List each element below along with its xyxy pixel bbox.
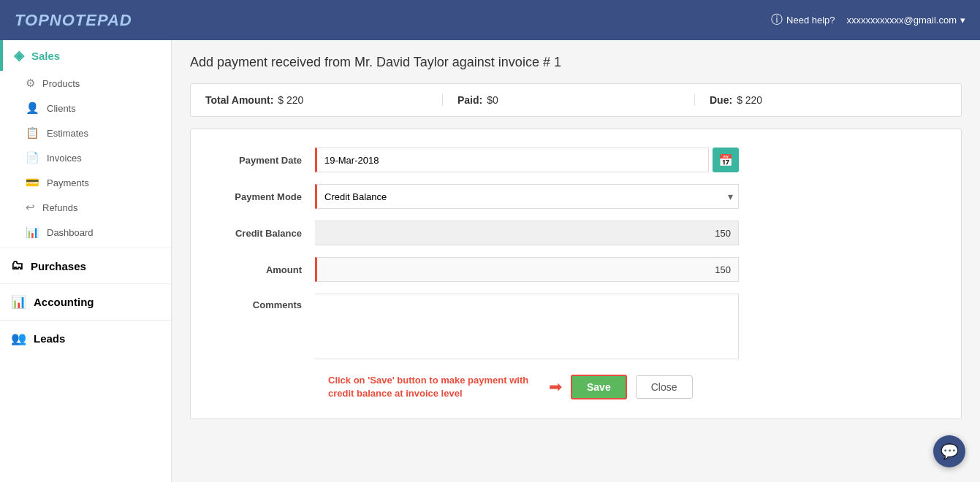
summary-due: Due: $ 220 — [694, 94, 946, 106]
sidebar-divider-2 — [0, 283, 171, 284]
form-actions: Click on 'Save' button to make payment w… — [213, 374, 939, 400]
payment-mode-select[interactable]: Credit Balance Cash Bank Transfer Check — [315, 184, 739, 209]
dashboard-icon: 📊 — [26, 226, 39, 239]
payments-icon: 💳 — [26, 176, 39, 189]
sidebar: ◈ Sales ⚙ Products 👤 Clients 📋 Estimates… — [0, 40, 172, 482]
purchases-icon: 🗂 — [11, 259, 23, 273]
refunds-icon: ↩ — [26, 201, 35, 214]
sidebar-item-label: Payments — [47, 177, 89, 188]
payment-date-row: Payment Date 📅 — [213, 148, 939, 172]
sidebar-sales-section[interactable]: ◈ Sales — [0, 40, 171, 71]
sidebar-item-payments[interactable]: 💳 Payments — [0, 170, 171, 195]
comments-label: Comments — [213, 294, 315, 310]
payment-mode-label: Payment Mode — [213, 191, 315, 202]
leads-label: Leads — [34, 332, 65, 345]
sidebar-item-products[interactable]: ⚙ Products — [0, 71, 171, 96]
paid-label: Paid: — [457, 94, 482, 106]
summary-bar: Total Amount: $ 220 Paid: $0 Due: $ 220 — [190, 83, 962, 117]
comments-wrapper — [315, 294, 739, 359]
clients-icon: 👤 — [26, 102, 39, 115]
payment-date-input[interactable] — [315, 148, 709, 172]
sidebar-leads-section[interactable]: 👥 Leads — [0, 324, 171, 353]
sidebar-item-label: Estimates — [47, 128, 88, 139]
total-value: $ 220 — [278, 94, 303, 106]
sidebar-item-label: Dashboard — [47, 227, 94, 238]
due-label: Due: — [710, 94, 732, 106]
payment-date-wrapper: 📅 — [315, 148, 739, 172]
sidebar-item-clients[interactable]: 👤 Clients — [0, 96, 171, 120]
comments-input[interactable] — [315, 294, 739, 359]
accounting-icon: 📊 — [11, 294, 26, 310]
calendar-button[interactable]: 📅 — [713, 148, 739, 172]
sidebar-accounting-section[interactable]: 📊 Accounting — [0, 287, 171, 317]
sidebar-divider-3 — [0, 320, 171, 321]
payment-mode-wrapper: Credit Balance Cash Bank Transfer Check … — [315, 184, 739, 209]
sidebar-item-invoices[interactable]: 📄 Invoices — [0, 145, 171, 170]
header-right: ⓘ Need help? xxxxxxxxxxxx@gmail.com ▾ — [771, 12, 965, 28]
payment-mode-row: Payment Mode Credit Balance Cash Bank Tr… — [213, 184, 939, 209]
layout: ◈ Sales ⚙ Products 👤 Clients 📋 Estimates… — [0, 40, 980, 482]
credit-balance-row: Credit Balance 150 — [213, 221, 939, 245]
main-content: Add payment received from Mr. David Tayl… — [172, 40, 980, 482]
calendar-icon: 📅 — [718, 153, 733, 167]
due-value: $ 220 — [737, 94, 762, 106]
amount-row: Amount — [213, 257, 939, 282]
sidebar-item-label: Clients — [47, 103, 76, 114]
comments-row: Comments — [213, 294, 939, 359]
invoices-icon: 📄 — [26, 151, 39, 164]
credit-balance-wrapper: 150 — [315, 221, 739, 245]
sidebar-item-refunds[interactable]: ↩ Refunds — [0, 195, 171, 220]
summary-total: Total Amount: $ 220 — [205, 94, 442, 106]
sales-icon: ◈ — [14, 47, 24, 64]
products-icon: ⚙ — [26, 77, 35, 90]
sidebar-item-dashboard[interactable]: 📊 Dashboard — [0, 220, 171, 245]
purchases-label: Purchases — [31, 260, 86, 272]
sidebar-item-label: Invoices — [47, 153, 82, 164]
help-link[interactable]: ⓘ Need help? — [771, 12, 835, 28]
accounting-label: Accounting — [34, 296, 94, 308]
estimates-icon: 📋 — [26, 126, 39, 139]
total-label: Total Amount: — [205, 94, 273, 106]
sales-label: Sales — [31, 50, 60, 62]
help-label: Need help? — [786, 15, 835, 26]
header: TopNotepad ⓘ Need help? xxxxxxxxxxxx@gma… — [0, 0, 980, 40]
amount-input[interactable] — [315, 257, 739, 282]
sidebar-item-estimates[interactable]: 📋 Estimates — [0, 120, 171, 145]
sidebar-divider-1 — [0, 248, 171, 248]
close-button[interactable]: Close — [636, 375, 693, 399]
payment-mode-select-wrapper: Credit Balance Cash Bank Transfer Check … — [315, 184, 739, 209]
chat-bubble[interactable]: 💬 — [933, 435, 965, 467]
credit-balance-value: 150 — [315, 221, 739, 245]
dropdown-icon: ▾ — [960, 15, 965, 26]
user-menu[interactable]: xxxxxxxxxxxx@gmail.com ▾ — [847, 15, 965, 26]
sidebar-purchases-section[interactable]: 🗂 Purchases — [0, 251, 171, 280]
chat-icon: 💬 — [941, 443, 959, 460]
arrow-icon: ➡ — [549, 378, 562, 397]
amount-label: Amount — [213, 264, 315, 275]
sidebar-item-label: Refunds — [42, 202, 77, 213]
leads-icon: 👥 — [11, 331, 26, 346]
user-email: xxxxxxxxxxxx@gmail.com — [847, 15, 957, 26]
credit-balance-label: Credit Balance — [213, 228, 315, 239]
save-button[interactable]: Save — [571, 375, 627, 399]
logo-text: TopNotepad — [15, 11, 132, 29]
amount-wrapper — [315, 257, 739, 282]
help-icon: ⓘ — [771, 12, 783, 28]
page-title: Add payment received from Mr. David Tayl… — [190, 55, 962, 70]
instruction-text: Click on 'Save' button to make payment w… — [328, 374, 540, 400]
sidebar-item-label: Products — [42, 78, 80, 89]
summary-paid: Paid: $0 — [442, 94, 694, 106]
logo: TopNotepad — [15, 11, 132, 30]
paid-value: $0 — [487, 94, 498, 106]
payment-date-label: Payment Date — [213, 155, 315, 166]
form-card: Payment Date 📅 Payment Mode Credit Balan… — [190, 129, 962, 419]
